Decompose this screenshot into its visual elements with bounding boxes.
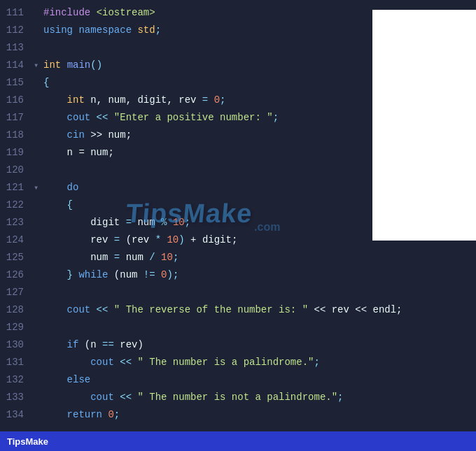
code-line: 127 [0, 284, 476, 301]
line-number: 132 [0, 371, 34, 388]
line-number: 133 [0, 389, 34, 406]
line-number: 116 [0, 92, 34, 108]
code-line: 134 return 0; [0, 406, 476, 424]
code-text: rev = (rev * 10) + digit; [43, 231, 237, 248]
code-text: { [43, 74, 49, 91]
line-number: 120 [0, 162, 34, 178]
code-text: do [43, 179, 78, 196]
line-number: 113 [0, 39, 34, 56]
line-number: 111 [0, 4, 34, 21]
code-text: #include <iostream> [43, 4, 155, 21]
code-text: digit = num % 10; [43, 214, 190, 231]
line-number: 124 [0, 231, 34, 248]
code-text: cout << " The number is not a palindrome… [43, 389, 344, 406]
code-text: num = num / 10; [43, 249, 178, 266]
code-text: } while (num != 0); [43, 266, 178, 283]
code-text: cin >> num; [43, 127, 132, 143]
line-number: 122 [0, 196, 34, 213]
line-number: 115 [0, 74, 34, 91]
white-block [372, 10, 476, 241]
line-number: 128 [0, 301, 34, 318]
code-line: 126 } while (num != 0); [0, 266, 476, 284]
code-text: int main() [43, 57, 102, 73]
code-line: 128 cout << " The reverse of the number … [0, 301, 476, 319]
code-line: 131 cout << " The number is a palindrome… [0, 354, 476, 371]
line-number: 131 [0, 354, 34, 371]
line-number: 125 [0, 249, 34, 266]
line-number: 130 [0, 336, 34, 353]
code-line: 132 else [0, 371, 476, 389]
line-number: 126 [0, 266, 34, 283]
code-text: cout << " The reverse of the number is: … [43, 301, 402, 318]
code-text: if (n == rev) [43, 336, 144, 353]
line-number: 121 [0, 179, 34, 196]
code-text: n = num; [43, 144, 114, 161]
line-number: 118 [0, 127, 34, 143]
code-line: 133 cout << " The number is not a palind… [0, 389, 476, 406]
line-number: 112 [0, 22, 34, 38]
footer: TipsMake [0, 431, 476, 451]
code-text: int n, num, digit, rev = 0; [43, 92, 225, 108]
line-number: 134 [0, 406, 34, 423]
line-number: 114 [0, 57, 34, 73]
line-number: 119 [0, 144, 34, 161]
line-number: 127 [0, 284, 34, 301]
line-number: 123 [0, 214, 34, 231]
fold-arrow: ▾ [34, 59, 43, 73]
code-line: 125 num = num / 10; [0, 249, 476, 266]
code-text: else [43, 371, 90, 388]
line-number: 117 [0, 109, 34, 126]
code-line: 129 [0, 319, 476, 336]
code-text: cout << " The number is a palindrome."; [43, 354, 320, 371]
code-text: cout << "Enter a positive number: "; [43, 109, 279, 126]
footer-brand: TipsMake [7, 436, 48, 447]
code-text: { [43, 196, 73, 213]
code-container: TipsMake .com 111 #include <iostream>112… [0, 0, 476, 431]
code-text: using namespace std; [43, 22, 161, 38]
code-line: 130 if (n == rev) [0, 336, 476, 354]
line-number: 129 [0, 319, 34, 336]
fold-arrow: ▾ [34, 181, 43, 196]
code-text: return 0; [43, 406, 120, 423]
